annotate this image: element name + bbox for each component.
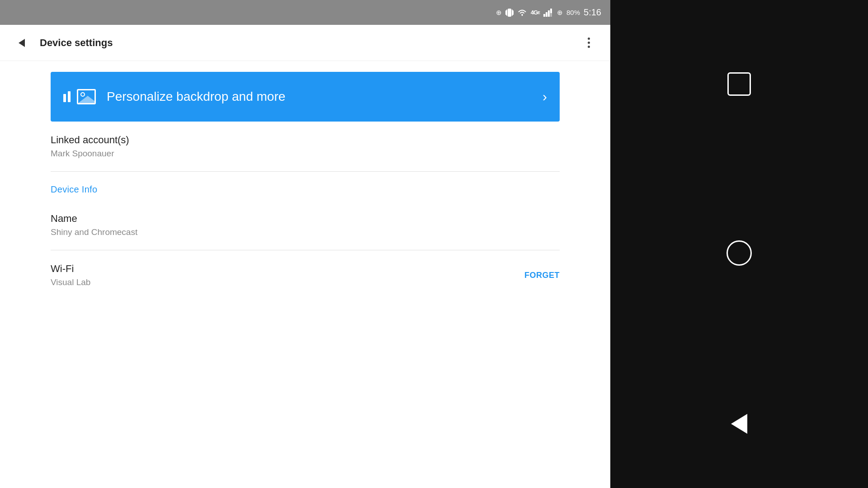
device-name-item[interactable]: Name Shiny and Chromecast	[51, 200, 560, 250]
svg-rect-4	[512, 9, 513, 16]
wifi-icon	[517, 9, 527, 16]
home-button[interactable]	[726, 240, 752, 266]
more-options-button[interactable]	[578, 32, 599, 54]
svg-rect-6	[543, 14, 545, 17]
back-arrow-icon	[19, 39, 25, 47]
page-title: Device settings	[40, 37, 578, 49]
device-name-label: Name	[51, 213, 560, 225]
battery-percent: 80%	[566, 9, 580, 16]
battery-saver-icon: ⊕	[557, 9, 563, 17]
nav-bar	[610, 0, 868, 488]
forget-button[interactable]: FORGET	[524, 271, 560, 280]
linked-accounts-item[interactable]: Linked account(s) Mark Spoonauer	[51, 122, 560, 172]
status-icons: ⊕ 4GE	[496, 7, 601, 18]
device-info-header: Device Info	[51, 172, 560, 200]
photo-frame-icon	[77, 89, 96, 104]
wifi-item: Wi-Fi Visual Lab FORGET	[51, 250, 560, 300]
svg-rect-10	[550, 9, 552, 13]
banner-label: Personalize backdrop and more	[107, 89, 542, 104]
device-name-value: Shiny and Chromecast	[51, 227, 560, 237]
svg-rect-0	[508, 9, 511, 17]
svg-rect-2	[513, 10, 514, 15]
linked-accounts-value: Mark Spoonauer	[51, 149, 560, 159]
wifi-value: Visual Lab	[51, 277, 90, 287]
wifi-label: Wi-Fi	[51, 263, 90, 275]
bars-icon	[63, 91, 71, 102]
vibrate-icon	[505, 8, 514, 18]
more-options-icon	[588, 38, 590, 48]
svg-rect-3	[506, 9, 507, 16]
recent-apps-button[interactable]	[727, 72, 751, 96]
chevron-right-icon: ›	[542, 89, 547, 104]
settings-content: Personalize backdrop and more › Linked a…	[0, 61, 610, 488]
svg-rect-7	[546, 12, 547, 17]
banner-icon	[63, 89, 96, 104]
svg-point-5	[521, 14, 523, 15]
wifi-item-content: Wi-Fi Visual Lab	[51, 263, 90, 287]
back-button[interactable]	[11, 32, 33, 54]
app-bar: Device settings	[0, 25, 610, 61]
device-info-title: Device Info	[51, 184, 97, 194]
status-time: 5:16	[584, 7, 601, 18]
personalize-banner[interactable]: Personalize backdrop and more ›	[51, 72, 560, 122]
signal-icon	[543, 9, 553, 17]
linked-accounts-section: Linked account(s) Mark Spoonauer Device …	[51, 122, 560, 300]
linked-accounts-label: Linked account(s)	[51, 134, 560, 146]
phone-screen: ⊕ 4GE	[0, 0, 610, 488]
nav-middle	[726, 193, 752, 314]
nav-bottom	[731, 313, 747, 470]
nav-top	[727, 18, 751, 193]
4g-icon: 4GE	[531, 9, 540, 16]
svg-rect-1	[505, 10, 506, 15]
alarm-add-icon: ⊕	[496, 9, 502, 17]
back-nav-button[interactable]	[731, 414, 747, 434]
status-bar: ⊕ 4GE	[0, 0, 610, 25]
svg-rect-8	[548, 10, 550, 17]
